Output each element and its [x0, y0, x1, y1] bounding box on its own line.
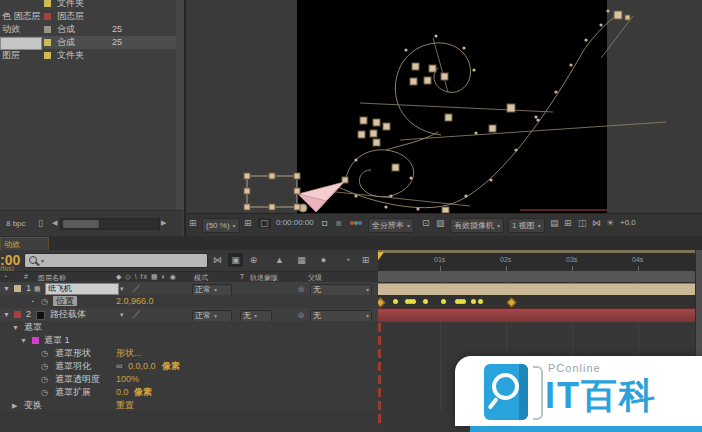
trash-icon[interactable]: ▯: [38, 218, 43, 228]
group-name[interactable]: 变换: [24, 399, 42, 412]
motion-path[interactable]: [336, 14, 619, 208]
keyframe-dot[interactable]: [441, 299, 446, 304]
property-name[interactable]: 遮罩扩展: [55, 386, 91, 399]
keyframe-dot[interactable]: [393, 299, 398, 304]
property-name-selected[interactable]: 位置: [53, 296, 77, 306]
position-keyframes-row[interactable]: [378, 295, 695, 308]
keyframe-diamond[interactable]: [507, 298, 517, 308]
group-name[interactable]: 遮罩: [24, 321, 42, 334]
property-value[interactable]: 0.0: [116, 386, 129, 399]
time-ruler[interactable]: 01s 02s 03s 04s: [378, 253, 695, 272]
twirl-right-icon[interactable]: ▶: [12, 399, 17, 412]
stopwatch-icon[interactable]: ◷: [41, 373, 48, 386]
roi-icon[interactable]: ▢: [258, 218, 271, 228]
search-input[interactable]: ▾: [24, 253, 208, 268]
viewer-timecode[interactable]: 0:00:00:00: [276, 218, 314, 227]
property-value[interactable]: 形状...: [116, 347, 142, 360]
comp-button-icon[interactable]: ⊞: [358, 253, 373, 267]
scroll-left-icon[interactable]: ◀: [52, 219, 57, 227]
project-row[interactable]: 图层 文件夹: [0, 49, 176, 62]
mode-dropdown[interactable]: 正常▾: [192, 310, 232, 322]
project-vscrollbar[interactable]: [176, 0, 184, 210]
always-preview-icon[interactable]: ⊞: [189, 218, 197, 228]
timeline-tab[interactable]: 动效: [0, 237, 49, 251]
graph-editor-icon[interactable]: ◔: [340, 253, 355, 267]
keyframe-dot[interactable]: [461, 299, 466, 304]
stopwatch-icon[interactable]: ◷: [41, 360, 48, 373]
twirl-down-icon[interactable]: ▼: [3, 282, 10, 295]
property-row-mask-path[interactable]: ◷ 遮罩形状 形状...: [0, 347, 378, 361]
parent-dropdown[interactable]: 无▾: [310, 284, 372, 296]
stopwatch-icon[interactable]: ◷: [41, 347, 48, 360]
snapshot-camera-icon[interactable]: ◘: [322, 218, 327, 228]
property-row-position[interactable]: ◔ ◷ 位置 2.0,966.0: [0, 295, 378, 309]
layer-row-2[interactable]: ▼ 2 路径载体 ▾ ／ 正常▾ 无▾ ◎ 无▾: [0, 308, 378, 322]
fast-preview-icon[interactable]: ⊞: [564, 218, 572, 228]
property-row-mask-feather[interactable]: ◷ 遮罩羽化 ∞ 0.0,0.0 像素: [0, 360, 378, 374]
keyframe-dot[interactable]: [471, 299, 476, 304]
property-name[interactable]: 遮罩形状: [55, 347, 91, 360]
motion-blur-icon[interactable]: ▦: [294, 253, 309, 267]
resolution-dropdown[interactable]: 全分辨率▾: [368, 218, 414, 233]
mini-flowchart-icon[interactable]: ⋈: [210, 253, 225, 267]
frame-blend-icon[interactable]: ▲: [272, 253, 287, 267]
bpc-label[interactable]: 8 bpc: [6, 219, 26, 228]
property-row-mask-opacity[interactable]: ◷ 遮罩透明度 100%: [0, 373, 378, 387]
trkmat-t-header[interactable]: T: [240, 273, 244, 280]
channels-icon[interactable]: [350, 218, 362, 227]
work-area-bar[interactable]: [378, 271, 695, 283]
layer-name[interactable]: 路径载体: [50, 308, 86, 321]
mask-color-swatch[interactable]: [32, 337, 39, 344]
keyframe-toggle-icon[interactable]: ◔: [30, 295, 34, 308]
safe-margins-icon[interactable]: ⊞: [244, 218, 252, 228]
keyframe-dot[interactable]: [411, 299, 416, 304]
layer-color-swatch[interactable]: [14, 285, 21, 292]
switches-header[interactable]: ◆ ◇ \ fx ▦ ◐ ◉: [116, 273, 177, 281]
layer-row-1[interactable]: ▼ 1 ▦ 纸飞机 ▾ ／ 正常▾ ◎ 无▾: [0, 282, 378, 296]
camera-dropdown[interactable]: 有效摄像机▾: [450, 218, 504, 233]
caret-icon[interactable]: ▾: [120, 282, 124, 295]
view-layout-dropdown[interactable]: 1 视图▾: [508, 218, 545, 233]
timeline-btn-icon[interactable]: ◫: [578, 218, 587, 228]
property-value[interactable]: 0.0,0.0: [128, 360, 156, 373]
layer-name-edit[interactable]: 纸飞机: [45, 283, 119, 295]
quality-icon[interactable]: ／: [132, 308, 141, 321]
quality-icon[interactable]: ／: [132, 282, 141, 295]
exposure-value[interactable]: +0.0: [620, 218, 636, 227]
magnification-dropdown[interactable]: (50 %)▾: [202, 218, 240, 233]
group-row-masks[interactable]: ▼ 遮罩: [0, 321, 378, 335]
project-row[interactable]: 色 固态层 1 固态层: [0, 10, 176, 23]
keyframe-dot[interactable]: [423, 299, 428, 304]
index-header[interactable]: #: [24, 273, 28, 280]
exposure-icon[interactable]: ☀: [606, 218, 614, 228]
playhead-handle[interactable]: [378, 252, 384, 269]
stopwatch-icon[interactable]: ◷: [41, 295, 48, 308]
hide-shy-icon[interactable]: ⊕: [246, 253, 261, 267]
link-dimensions-icon[interactable]: ∞: [116, 360, 122, 373]
position-value[interactable]: 2.0,966.0: [116, 295, 154, 308]
scroll-thumb[interactable]: [63, 220, 99, 228]
group-row-mask1[interactable]: ▼ 遮罩 1: [0, 334, 378, 348]
project-row-selected[interactable]: 合成 25: [0, 36, 176, 49]
show-snapshot-icon[interactable]: ◙: [336, 218, 341, 228]
paper-airplane[interactable]: [298, 182, 344, 212]
project-row[interactable]: 动效 合成 25: [0, 23, 176, 36]
selection-bbox[interactable]: [244, 173, 300, 210]
transparency-grid-icon[interactable]: ▨: [436, 218, 445, 228]
trkmat-dropdown[interactable]: 无▾: [240, 310, 272, 322]
flowchart-icon[interactable]: ⋈: [592, 218, 601, 228]
property-name[interactable]: 遮罩透明度: [55, 373, 100, 386]
parent-dropdown[interactable]: 无▾: [310, 310, 372, 322]
property-row-mask-expansion[interactable]: ◷ 遮罩扩展 0.0 像素: [0, 386, 378, 400]
brainstorm-icon[interactable]: ●: [316, 253, 331, 267]
pickwhip-icon[interactable]: ◎: [298, 308, 304, 321]
layer-color-swatch[interactable]: [14, 311, 21, 318]
pixel-aspect-icon[interactable]: ▤: [550, 218, 559, 228]
scroll-right-icon[interactable]: ▶: [161, 219, 166, 227]
reset-link[interactable]: 重置: [116, 399, 134, 412]
twirl-down-icon[interactable]: ▼: [20, 334, 27, 347]
project-hscrollbar[interactable]: [60, 218, 160, 230]
mode-dropdown[interactable]: 正常▾: [192, 284, 232, 296]
group-name[interactable]: 遮罩 1: [44, 334, 70, 347]
group-row-transform[interactable]: ▶ 变换 重置: [0, 399, 378, 413]
